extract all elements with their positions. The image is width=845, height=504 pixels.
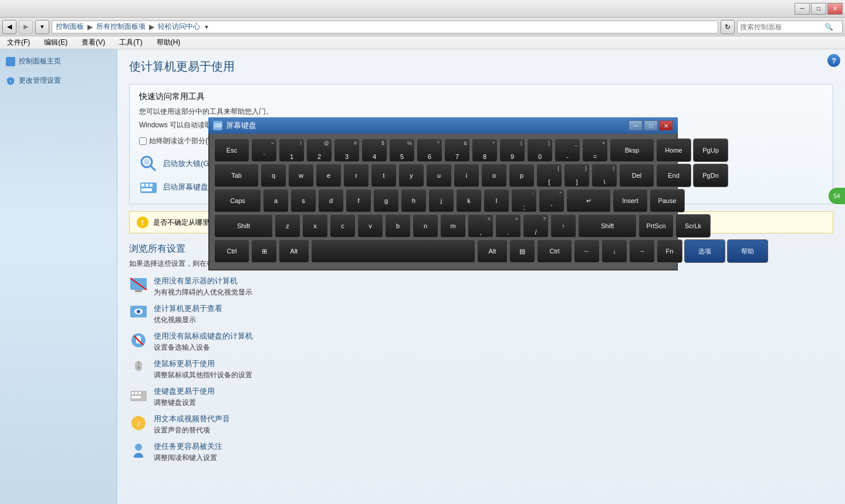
key-shift-l[interactable]: Shift — [214, 214, 273, 238]
osk-minimize[interactable]: ─ — [628, 120, 643, 131]
key-8[interactable]: *8 — [472, 138, 498, 162]
key-alt-r[interactable]: Alt — [477, 239, 508, 263]
maximize-button[interactable]: □ — [811, 3, 826, 15]
key-tilde[interactable]: ~` — [251, 138, 277, 162]
key-quote[interactable]: "' — [539, 189, 565, 212]
key-ctrl-l[interactable]: Ctrl — [214, 239, 249, 263]
key-s[interactable]: s — [290, 189, 316, 212]
forward-button[interactable]: ▶ — [19, 20, 33, 34]
key-tab[interactable]: Tab — [214, 164, 259, 187]
menu-edit[interactable]: 编辑(E) — [42, 36, 70, 49]
minimize-button[interactable]: ─ — [795, 3, 810, 15]
breadcrumb-all-items[interactable]: 所有控制面板项 — [96, 22, 146, 32]
key-backspace[interactable]: Bksp — [610, 138, 654, 162]
osk-close[interactable]: ✕ — [659, 120, 673, 131]
key-g[interactable]: g — [373, 189, 399, 212]
key-f[interactable]: f — [346, 189, 371, 212]
breadcrumb-control-panel[interactable]: 控制面板 — [56, 22, 84, 32]
key-semicolon[interactable]: :; — [511, 189, 537, 212]
breadcrumb-ease-of-access[interactable]: 轻松访问中心 — [158, 22, 200, 32]
settings-link-5[interactable]: 用文本或视频替代声音 — [154, 414, 230, 424]
key-o[interactable]: o — [481, 164, 507, 187]
key-b[interactable]: b — [385, 214, 411, 238]
key-comma[interactable]: <, — [468, 214, 494, 238]
menu-view[interactable]: 查看(V) — [79, 36, 107, 49]
key-1[interactable]: !1 — [279, 138, 305, 162]
key-u[interactable]: u — [426, 164, 452, 187]
key-options[interactable]: 选项 — [684, 239, 725, 263]
key-prtscn[interactable]: PrtScn — [638, 214, 674, 238]
refresh-button[interactable]: ↻ — [721, 20, 735, 34]
settings-link-3[interactable]: 使鼠标更易于使用 — [154, 358, 252, 369]
key-rbracket[interactable]: }] — [564, 164, 590, 187]
key-del[interactable]: Del — [619, 164, 654, 187]
key-d[interactable]: d — [318, 189, 344, 212]
key-e[interactable]: e — [316, 164, 342, 187]
key-down[interactable]: ↓ — [601, 239, 627, 263]
key-home[interactable]: Home — [656, 138, 691, 162]
key-n[interactable]: n — [413, 214, 438, 238]
key-5[interactable]: %5 — [389, 138, 415, 162]
key-backslash[interactable]: |\ — [592, 164, 617, 187]
search-input[interactable] — [740, 23, 822, 31]
key-0[interactable]: )0 — [527, 138, 553, 162]
key-l[interactable]: l — [484, 189, 509, 212]
key-end[interactable]: End — [656, 164, 691, 187]
sidebar-item-manage[interactable]: i 更改管理设置 — [5, 73, 112, 88]
settings-link-0[interactable]: 使用没有显示器的计算机 — [154, 276, 252, 286]
key-win[interactable]: ⊞ — [251, 239, 277, 263]
key-4[interactable]: $4 — [361, 138, 387, 162]
search-icon[interactable]: 🔍 — [824, 23, 833, 31]
key-r[interactable]: r — [343, 164, 369, 187]
key-6[interactable]: ^6 — [417, 138, 442, 162]
osk-maximize[interactable]: □ — [644, 120, 658, 131]
key-2[interactable]: @2 — [306, 138, 332, 162]
key-i[interactable]: i — [454, 164, 479, 187]
checkbox-read-input[interactable] — [139, 137, 147, 145]
key-j[interactable]: j — [428, 189, 454, 212]
key-pgup[interactable]: PgUp — [693, 138, 728, 162]
magnifier-link[interactable]: 启动放大镜(G) — [163, 158, 212, 169]
menu-help[interactable]: 帮助(H) — [154, 36, 183, 49]
key-ctrl-r[interactable]: Ctrl — [537, 239, 572, 263]
key-k[interactable]: k — [456, 189, 482, 212]
key-q[interactable]: q — [261, 164, 286, 187]
sidebar-item-home[interactable]: 控制面板主页 — [5, 54, 112, 69]
key-v[interactable]: v — [357, 214, 383, 238]
key-fn[interactable]: Fn — [657, 239, 682, 263]
key-minus[interactable]: _- — [555, 138, 580, 162]
key-m[interactable]: m — [440, 214, 466, 238]
key-z[interactable]: z — [275, 214, 300, 238]
key-pause[interactable]: Pause — [650, 189, 685, 212]
key-slash[interactable]: ?/ — [523, 214, 549, 238]
key-7[interactable]: &7 — [444, 138, 470, 162]
recent-button[interactable]: ▾ — [35, 20, 49, 34]
key-3[interactable]: #3 — [334, 138, 360, 162]
key-enter[interactable]: ↵ — [566, 189, 611, 212]
address-dropdown[interactable]: ▾ — [205, 23, 208, 31]
key-left[interactable]: ← — [574, 239, 600, 263]
address-field[interactable]: 控制面板 ▶ 所有控制面板项 ▶ 轻松访问中心 ▾ — [52, 21, 718, 33]
back-button[interactable]: ◀ — [2, 20, 16, 34]
search-field[interactable]: 🔍 — [737, 21, 843, 33]
key-up[interactable]: ↑ — [550, 214, 576, 238]
key-x[interactable]: x — [302, 214, 328, 238]
key-c[interactable]: c — [330, 214, 356, 238]
help-button[interactable]: ? — [827, 54, 840, 67]
settings-link-2[interactable]: 使用没有鼠标或键盘的计算机 — [154, 331, 253, 341]
key-y[interactable]: y — [398, 164, 424, 187]
key-t[interactable]: t — [371, 164, 397, 187]
key-help[interactable]: 帮助 — [727, 239, 768, 263]
key-shift-r[interactable]: Shift — [578, 214, 637, 238]
settings-link-4[interactable]: 使键盘更易于使用 — [154, 386, 215, 397]
key-esc[interactable]: Esc — [214, 138, 249, 162]
key-space[interactable] — [311, 239, 475, 263]
key-9[interactable]: (9 — [499, 138, 525, 162]
settings-link-6[interactable]: 使任务更容易被关注 — [154, 441, 222, 452]
key-equal[interactable]: += — [582, 138, 608, 162]
key-p[interactable]: p — [509, 164, 535, 187]
key-scrlk[interactable]: ScrLk — [675, 214, 711, 238]
key-right[interactable]: → — [629, 239, 655, 263]
key-insert[interactable]: Insert — [613, 189, 648, 212]
key-w[interactable]: w — [288, 164, 314, 187]
